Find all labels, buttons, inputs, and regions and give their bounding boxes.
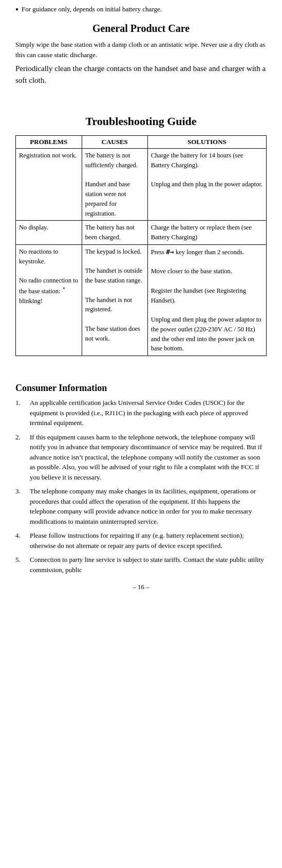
- col-header-causes: CAUSES: [82, 136, 147, 149]
- antenna-icon: ˟: [62, 287, 66, 295]
- general-care-title: General Product Care: [15, 23, 267, 34]
- table-row: No reactions to keystroke. No radio conn…: [16, 244, 267, 356]
- list-item: 2. If this equipment causes harm to the …: [15, 432, 267, 483]
- table-row: Registration not work. The battery is no…: [16, 149, 267, 221]
- general-care-para2: Periodically clean the charge contacts o…: [15, 63, 267, 86]
- cause-2: The battery has not been charged.: [82, 221, 147, 245]
- bullet-item: ● For guidance only, depends on initial …: [15, 5, 267, 13]
- list-num: 4.: [15, 530, 30, 541]
- page-number: – 16 –: [15, 583, 267, 591]
- list-item: 3. The telephone company may make change…: [15, 486, 267, 526]
- list-num: 3.: [15, 486, 30, 497]
- bullet-icon: ●: [15, 6, 18, 12]
- list-num: 5.: [15, 555, 30, 565]
- list-item: 5. Connection to party line service is s…: [15, 555, 267, 575]
- list-item: 1. An applicable certification jacks Uni…: [15, 398, 267, 428]
- troubleshooting-table: PROBLEMS CAUSES SOLUTIONS Registration n…: [15, 135, 267, 356]
- hash-key-icon: #→: [166, 248, 174, 256]
- consumer-list: 1. An applicable certification jacks Uni…: [15, 398, 267, 575]
- list-item-text: If this equipment causes harm to the tel…: [30, 432, 267, 483]
- problem-3: No reactions to keystroke. No radio conn…: [16, 244, 82, 356]
- list-num: 2.: [15, 432, 30, 442]
- list-item: 4. Please follow instructions for repair…: [15, 530, 267, 551]
- cause-1: The battery is not sufficiently charged.…: [82, 149, 147, 221]
- bullet-text: For guidance only, depends on initial ba…: [22, 5, 162, 13]
- list-item-text: The telephone company may make changes i…: [30, 486, 267, 526]
- problem-2: No display.: [16, 221, 82, 245]
- consumer-title: Consumer Information: [15, 383, 267, 394]
- col-header-solutions: SOLUTIONS: [147, 136, 266, 149]
- solution-3: Press #→ key longer than 2 seconds. Move…: [147, 244, 266, 356]
- list-item-text: Connection to party line service is subj…: [30, 555, 267, 575]
- list-item-text: An applicable certification jacks Univer…: [30, 398, 267, 428]
- list-item-text: Please follow instructions for repairing…: [30, 530, 267, 551]
- cause-3: The keypad is locked. The handset is out…: [82, 244, 147, 356]
- solution-2: Charge the battery or replace them (see …: [147, 221, 266, 245]
- troubleshooting-title: Troubleshooting Guide: [15, 115, 267, 128]
- col-header-problems: PROBLEMS: [16, 136, 82, 149]
- list-num: 1.: [15, 398, 30, 408]
- table-row: No display. The battery has not been cha…: [16, 221, 267, 245]
- solution-1: Charge the battery for 14 hours (see Bat…: [147, 149, 266, 221]
- general-care-para1: Simply wipe the base station with a damp…: [15, 40, 267, 60]
- problem-1: Registration not work.: [16, 149, 82, 221]
